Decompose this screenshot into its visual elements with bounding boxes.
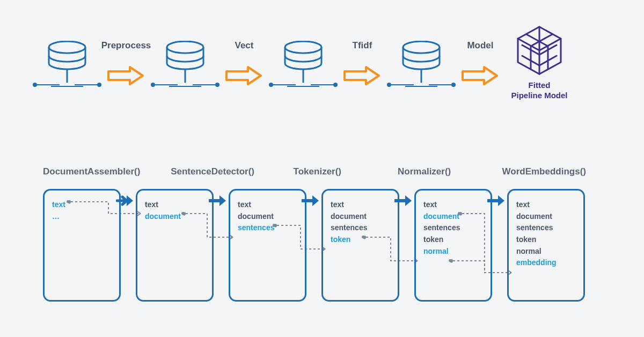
line-mid [287,86,319,87]
dot-icon [387,83,391,87]
stage-title: Tokenizer() [294,166,374,177]
line-left [273,84,296,85]
card-item: document [516,211,576,223]
connector-arrow-icon [116,194,133,207]
connector-arrow-icon [302,194,319,207]
card-item: document [238,211,297,223]
cube-label-line2: Pipeline Model [511,91,567,100]
pipeline-card: text… [43,189,121,302]
dot-icon [151,83,155,87]
svg-point-4 [285,41,321,53]
arrow-stage-1: Preprocess [102,42,150,85]
line-left [155,84,178,85]
card-item: text [238,199,297,211]
database-icon [46,41,89,88]
arrow-stage-3: Tfidf [338,42,386,85]
database-icon [164,41,207,88]
card-item: document [145,211,204,223]
card-item: token [516,234,576,246]
line-right [193,84,215,85]
svg-point-6 [403,41,440,53]
card-item: document [331,211,390,223]
stage-label: Vect [212,40,276,51]
line-right [429,84,451,85]
db-stage-4 [386,41,456,87]
connector-arrow-icon [487,194,504,207]
cube-label: Fitted Pipeline Model [511,80,567,101]
card-item: text [52,199,112,211]
line-mid [405,86,437,87]
card-item: sentences [331,222,390,234]
pipeline-card: textdocumentsentences [229,189,306,302]
line-left [391,84,414,85]
stage-label: Preprocess [94,40,158,51]
dot-icon [215,83,219,87]
dot-icon [333,83,338,87]
stage-title: DocumentAssembler() [43,166,147,177]
card-item: sentences [238,222,297,234]
card-item: normal [423,246,483,258]
dot-icon [451,83,456,87]
cube-label-line1: Fitted [529,80,551,90]
db-stage-3 [268,41,338,87]
database-icon [400,41,443,88]
card-item: … [52,211,112,223]
card-item: text [331,199,390,211]
pipeline-top-row: Preprocess Vect [32,27,612,101]
card-item: token [331,234,390,246]
database-icon [282,41,325,88]
stage-title: SentenceDetector() [171,166,269,177]
pipeline-card: textdocumentsentencestokennormalembeddin… [507,189,585,302]
line-right [311,84,333,85]
arrow-icon [462,66,499,85]
cube-icon [513,24,566,77]
line-mid [51,86,83,87]
arrow-stage-4: Model [456,42,504,85]
arrow-stage-2: Vect [220,42,268,85]
card-item: token [423,234,483,246]
db-stage-1 [32,41,102,87]
stage-title: WordEmbeddings() [502,166,601,177]
pipeline-card: textdocument [136,189,214,302]
line-mid [169,86,201,87]
arrow-icon [107,66,145,85]
arrow-icon [343,66,381,85]
stage-titles: DocumentAssembler() SentenceDetector() T… [43,166,601,177]
pipeline-bottom-row: DocumentAssembler() SentenceDetector() T… [43,166,601,302]
pipeline-card: textdocumentsentencestokennormal [414,189,492,302]
stage-title: Normalizer() [398,166,478,177]
stage-label: Tfidf [330,40,394,51]
stage-label: Model [448,40,513,51]
card-item: text [145,199,204,211]
dot-icon [97,83,101,87]
pipeline-card: textdocumentsentencestoken [321,189,399,302]
line-left [37,84,60,85]
card-item: sentences [423,222,483,234]
dot-icon [33,83,37,87]
card-item: text [516,199,576,211]
card-item: normal [516,246,576,258]
line-right [75,84,97,85]
card-item: sentences [516,222,576,234]
fitted-model-group: Fitted Pipeline Model [504,27,574,101]
card-item: embedding [516,257,576,269]
dot-icon [269,83,273,87]
connector-arrow-icon [394,194,412,207]
db-stage-2 [150,41,220,87]
arrow-icon [225,66,263,85]
connector-arrow-icon [209,194,226,207]
card-item: text [423,199,483,211]
svg-point-2 [167,41,203,53]
svg-point-0 [49,41,85,53]
card-item: document [423,211,483,223]
